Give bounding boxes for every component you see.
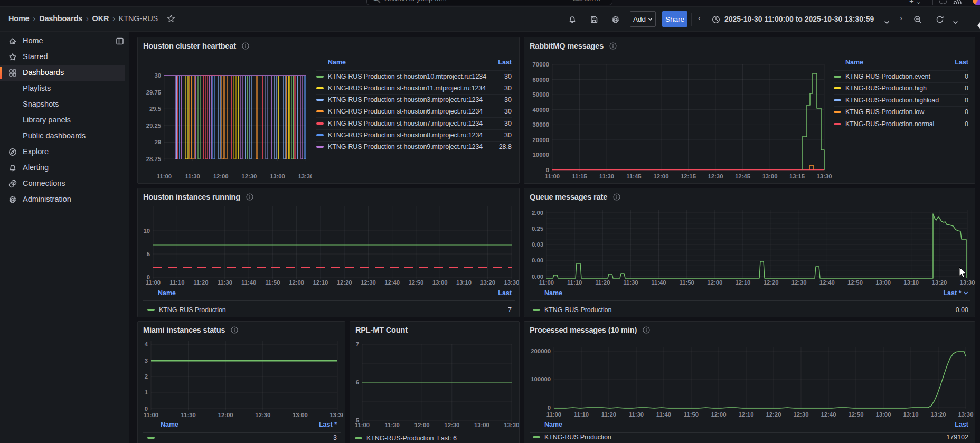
svg-text:13:15: 13:15 bbox=[789, 173, 805, 180]
svg-text:11:00: 11:00 bbox=[539, 279, 554, 286]
svg-text:13:20: 13:20 bbox=[480, 279, 495, 286]
svg-text:13:30: 13:30 bbox=[817, 173, 832, 180]
svg-text:12:10: 12:10 bbox=[735, 279, 750, 286]
svg-text:12:30: 12:30 bbox=[708, 173, 723, 180]
svg-text:12:00: 12:00 bbox=[414, 422, 430, 428]
svg-text:11:10: 11:10 bbox=[169, 279, 184, 286]
svg-text:11:30: 11:30 bbox=[181, 412, 195, 418]
svg-text:5: 5 bbox=[147, 251, 150, 257]
svg-text:40000: 40000 bbox=[533, 107, 549, 113]
svg-text:13:00: 13:00 bbox=[875, 279, 891, 286]
svg-text:12:15: 12:15 bbox=[681, 173, 696, 180]
svg-text:11:50: 11:50 bbox=[680, 279, 694, 286]
svg-text:12:10: 12:10 bbox=[313, 279, 328, 286]
svg-text:10000: 10000 bbox=[533, 152, 549, 158]
svg-text:30: 30 bbox=[154, 72, 161, 79]
svg-text:30000: 30000 bbox=[533, 121, 549, 128]
svg-text:12:40: 12:40 bbox=[384, 279, 400, 286]
svg-text:12:40: 12:40 bbox=[821, 411, 836, 418]
svg-text:13:10: 13:10 bbox=[903, 411, 919, 418]
svg-text:13:30: 13:30 bbox=[504, 422, 520, 428]
svg-text:12:00: 12:00 bbox=[711, 411, 727, 418]
svg-text:11:00: 11:00 bbox=[144, 412, 158, 418]
svg-text:7: 7 bbox=[356, 341, 359, 347]
svg-text:12:50: 12:50 bbox=[408, 279, 423, 286]
svg-text:12:30: 12:30 bbox=[241, 173, 257, 180]
svg-text:12:00: 12:00 bbox=[213, 173, 229, 180]
svg-text:0: 0 bbox=[546, 167, 549, 173]
svg-text:11:20: 11:20 bbox=[601, 411, 616, 418]
svg-text:12:00: 12:00 bbox=[707, 279, 722, 286]
svg-text:12:30: 12:30 bbox=[794, 411, 809, 418]
svg-text:12:50: 12:50 bbox=[847, 279, 863, 286]
svg-text:12:10: 12:10 bbox=[739, 411, 754, 418]
svg-text:11:50: 11:50 bbox=[684, 411, 699, 418]
svg-text:20000: 20000 bbox=[533, 137, 549, 143]
svg-text:13:30: 13:30 bbox=[960, 279, 975, 286]
svg-text:0: 0 bbox=[145, 406, 148, 412]
svg-text:200000: 200000 bbox=[531, 348, 551, 354]
svg-text:1: 1 bbox=[145, 389, 148, 395]
svg-text:11:00: 11:00 bbox=[355, 422, 370, 428]
svg-text:11:45: 11:45 bbox=[626, 173, 641, 180]
svg-text:11:50: 11:50 bbox=[265, 279, 280, 286]
svg-text:11:30: 11:30 bbox=[185, 173, 200, 180]
svg-text:11:40: 11:40 bbox=[241, 279, 256, 286]
svg-text:4: 4 bbox=[145, 341, 148, 347]
svg-text:11:10: 11:10 bbox=[574, 411, 589, 418]
svg-text:100000: 100000 bbox=[531, 376, 551, 382]
svg-text:28.75: 28.75 bbox=[146, 156, 161, 162]
svg-text:13:10: 13:10 bbox=[456, 279, 472, 286]
svg-text:11:00: 11:00 bbox=[157, 173, 172, 180]
svg-text:13:10: 13:10 bbox=[903, 279, 919, 286]
svg-text:60000: 60000 bbox=[533, 77, 549, 83]
svg-text:11:20: 11:20 bbox=[595, 279, 610, 286]
svg-text:0.25: 0.25 bbox=[532, 225, 543, 232]
svg-text:11:40: 11:40 bbox=[656, 411, 671, 418]
svg-text:13:00: 13:00 bbox=[432, 279, 448, 286]
svg-text:13:00: 13:00 bbox=[876, 411, 891, 418]
svg-text:13:20: 13:20 bbox=[931, 279, 947, 286]
svg-text:12:45: 12:45 bbox=[735, 173, 750, 180]
svg-text:29: 29 bbox=[154, 139, 161, 145]
svg-text:70000: 70000 bbox=[533, 61, 549, 68]
svg-text:13:00: 13:00 bbox=[270, 173, 285, 180]
svg-text:0.00: 0.00 bbox=[532, 257, 543, 263]
svg-text:12:40: 12:40 bbox=[819, 279, 835, 286]
svg-text:11:30: 11:30 bbox=[218, 279, 232, 286]
svg-text:13:00: 13:00 bbox=[474, 422, 489, 428]
svg-text:11:40: 11:40 bbox=[651, 279, 666, 286]
svg-text:11:15: 11:15 bbox=[572, 173, 587, 180]
svg-text:11:20: 11:20 bbox=[193, 279, 208, 286]
svg-text:13:20: 13:20 bbox=[931, 411, 946, 418]
svg-text:12:30: 12:30 bbox=[361, 279, 376, 286]
svg-text:0.03: 0.03 bbox=[532, 241, 543, 248]
svg-text:12:30: 12:30 bbox=[255, 412, 270, 418]
svg-text:12:20: 12:20 bbox=[764, 279, 779, 286]
svg-text:13:30: 13:30 bbox=[298, 173, 314, 180]
svg-text:11:30: 11:30 bbox=[629, 411, 644, 418]
svg-text:10: 10 bbox=[143, 228, 150, 234]
svg-text:12:00: 12:00 bbox=[289, 279, 304, 286]
svg-text:11:30: 11:30 bbox=[599, 173, 614, 180]
svg-text:12:20: 12:20 bbox=[337, 279, 352, 286]
svg-text:29.5: 29.5 bbox=[149, 106, 161, 112]
svg-text:12:30: 12:30 bbox=[791, 279, 807, 286]
svg-text:13:30: 13:30 bbox=[958, 411, 974, 418]
svg-text:0: 0 bbox=[548, 404, 551, 411]
svg-text:11:00: 11:00 bbox=[146, 279, 161, 286]
svg-text:12:00: 12:00 bbox=[654, 173, 669, 180]
svg-text:11:00: 11:00 bbox=[545, 173, 560, 180]
svg-text:11:30: 11:30 bbox=[384, 422, 399, 428]
svg-text:29.75: 29.75 bbox=[146, 89, 161, 96]
svg-text:2.00: 2.00 bbox=[532, 210, 543, 216]
svg-text:2: 2 bbox=[145, 373, 148, 380]
svg-text:12:50: 12:50 bbox=[849, 411, 864, 418]
svg-text:29.25: 29.25 bbox=[146, 122, 161, 129]
svg-text:11:10: 11:10 bbox=[567, 279, 582, 286]
svg-text:3: 3 bbox=[145, 357, 148, 364]
svg-text:13:30: 13:30 bbox=[504, 279, 520, 286]
svg-text:13:00: 13:00 bbox=[293, 412, 308, 418]
svg-text:6: 6 bbox=[356, 379, 359, 385]
svg-text:11:30: 11:30 bbox=[623, 279, 638, 286]
